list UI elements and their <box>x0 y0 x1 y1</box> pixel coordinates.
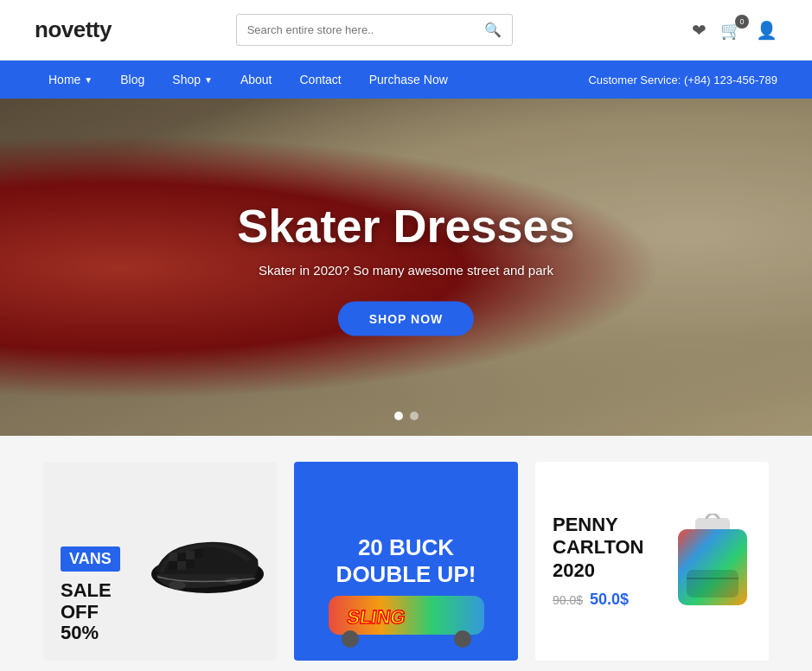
hero-title: Skater Dresses <box>237 199 574 252</box>
svg-point-8 <box>169 581 186 590</box>
vans-logo: VANS <box>61 546 120 572</box>
penny-title: PENNY CARLTON 2020 <box>553 514 665 582</box>
wheel-1 <box>342 630 359 648</box>
svg-rect-2 <box>177 553 186 561</box>
slider-dot-1[interactable] <box>394 412 403 420</box>
wheel-2 <box>454 630 471 648</box>
cards-section: VANS SALE OFF 50% <box>0 436 812 671</box>
nav-blog[interactable]: Blog <box>106 61 158 99</box>
search-input[interactable] <box>237 16 474 43</box>
svg-rect-14 <box>687 570 738 598</box>
hero-content: Skater Dresses Skater in 2020? So many a… <box>237 199 574 336</box>
header: novetty 🔍 ❤ 🛒 0 👤 <box>0 0 812 61</box>
buck-title: 20 BUCK DOUBLE UP! <box>336 534 476 588</box>
penny-card-text: PENNY CARLTON 2020 90.0$ 50.0$ <box>553 514 665 609</box>
account-icon: 👤 <box>756 21 777 40</box>
buck-card[interactable]: 20 BUCK DOUBLE UP! SLING <box>294 462 518 661</box>
heart-icon: ❤ <box>692 21 707 40</box>
search-bar: 🔍 <box>236 14 513 46</box>
svg-rect-5 <box>169 561 177 570</box>
nav-purchase-now[interactable]: Purchase Now <box>355 61 462 99</box>
nav-shop[interactable]: Shop ▼ <box>158 61 227 99</box>
nav-home[interactable]: Home ▼ <box>35 61 106 99</box>
main-nav: Home ▼ Blog Shop ▼ About Contact Purchas… <box>0 61 812 99</box>
new-price: 50.0$ <box>590 591 629 609</box>
svg-rect-4 <box>195 549 203 558</box>
vans-shoe-image <box>147 518 268 604</box>
hero-banner: Skater Dresses Skater in 2020? So many a… <box>0 99 812 436</box>
customer-service-label: Customer Service: <box>588 73 681 86</box>
customer-service: Customer Service: (+84) 123-456-789 <box>588 73 777 86</box>
skateboard-deck: SLING <box>329 596 484 635</box>
nav-about[interactable]: About <box>227 61 286 99</box>
vans-card[interactable]: VANS SALE OFF 50% <box>43 462 277 661</box>
search-button[interactable]: 🔍 <box>474 15 512 45</box>
search-icon: 🔍 <box>484 22 502 37</box>
account-icon-button[interactable]: 👤 <box>756 20 777 41</box>
backpack-image <box>674 514 751 609</box>
nav-left: Home ▼ Blog Shop ▼ About Contact Purchas… <box>35 61 462 99</box>
svg-rect-7 <box>186 559 195 568</box>
cart-icon-button[interactable]: 🛒 0 <box>720 20 742 41</box>
svg-rect-1 <box>169 553 177 561</box>
nav-contact[interactable]: Contact <box>286 61 355 99</box>
svg-text:SLING: SLING <box>345 606 406 628</box>
shoe-svg <box>147 527 268 596</box>
customer-service-phone: (+84) 123-456-789 <box>684 73 777 86</box>
old-price: 90.0$ <box>553 593 583 607</box>
site-logo[interactable]: novetty <box>35 16 112 43</box>
vans-card-text: VANS SALE OFF 50% <box>61 479 120 643</box>
shop-now-button[interactable]: SHOP NOW <box>338 302 475 336</box>
chevron-down-icon: ▼ <box>204 75 213 85</box>
svg-rect-6 <box>177 561 186 570</box>
slider-dot-2[interactable] <box>410 412 419 420</box>
wishlist-icon-button[interactable]: ❤ <box>692 20 707 41</box>
skateboard-image: SLING <box>320 583 493 652</box>
slider-dots <box>394 412 419 420</box>
cart-badge: 0 <box>735 15 749 29</box>
chevron-down-icon: ▼ <box>84 75 93 85</box>
backpack-svg <box>674 514 751 613</box>
vans-sale-text: SALE OFF 50% <box>61 580 120 643</box>
svg-rect-3 <box>186 551 195 559</box>
header-icons: ❤ 🛒 0 👤 <box>692 20 777 41</box>
hero-subtitle: Skater in 2020? So many awesome street a… <box>237 263 574 278</box>
price-group: 90.0$ 50.0$ <box>553 591 665 609</box>
penny-card[interactable]: PENNY CARLTON 2020 90.0$ 50.0$ <box>535 462 769 661</box>
